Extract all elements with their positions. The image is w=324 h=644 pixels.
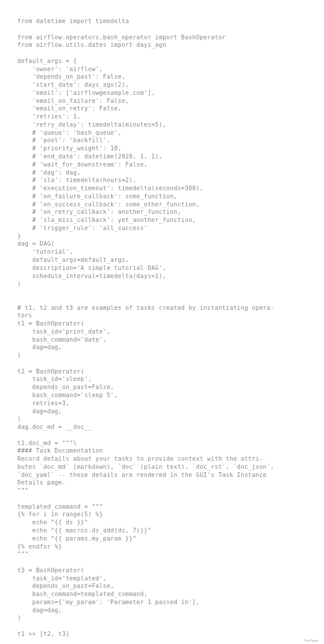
- code-content: from datetime import timedelta from airf…: [0, 0, 324, 644]
- footer-attribution: TechTarget: [304, 639, 318, 643]
